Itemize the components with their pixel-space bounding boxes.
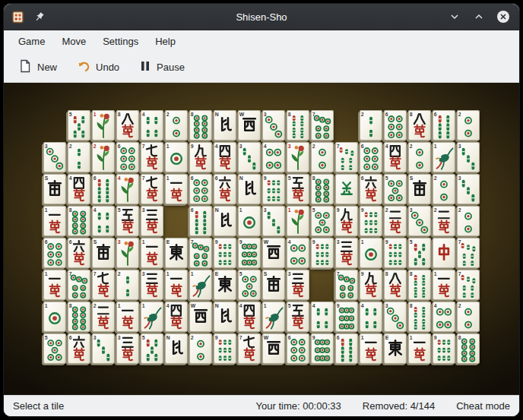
tile-d3[interactable]: 3 (384, 302, 407, 332)
tile-c9[interactable]: 9 (189, 142, 212, 172)
tile-b8[interactable]: 8 (408, 270, 431, 300)
tile-c7[interactable]: 7 (92, 270, 115, 300)
tile-d4[interactable]: 4 (287, 238, 309, 268)
tile-b9[interactable]: 9 (214, 238, 236, 268)
tile-b9[interactable]: 9 (311, 238, 334, 268)
undo-button[interactable]: Undo (70, 55, 126, 79)
tile-b3[interactable]: 3 (92, 333, 115, 364)
pause-button[interactable]: Pause (132, 56, 192, 78)
tile-wW[interactable]: W (238, 110, 261, 141)
tile-c1[interactable]: 1 (433, 270, 455, 300)
tile-wW[interactable]: W (262, 333, 285, 364)
tile-d2[interactable]: 2 (457, 206, 480, 236)
tile-wS[interactable]: S (408, 174, 431, 204)
tile-b5[interactable]: 5 (408, 238, 431, 268)
tile-d7[interactable]: 7 (189, 238, 212, 268)
tile-wN[interactable]: N (214, 206, 236, 236)
tile-d2[interactable]: 2 (311, 142, 334, 172)
tile-wW[interactable]: W (189, 302, 212, 332)
tile-d6[interactable]: 6 (287, 333, 309, 364)
tile-wN[interactable]: N (165, 333, 188, 364)
tile-b8[interactable]: 8 (408, 302, 431, 332)
tile-b4[interactable]: 4 (311, 302, 334, 332)
tile-b9[interactable]: 9 (384, 238, 407, 268)
tile-b9[interactable]: 9 (214, 333, 236, 364)
tile-b5[interactable]: 5 (68, 110, 90, 141)
tile-c4[interactable]: 4 (68, 174, 90, 204)
tile-c3[interactable]: 3 (287, 270, 309, 300)
tile-b2[interactable]: 2 (116, 270, 139, 300)
tile-c2[interactable]: 2 (433, 206, 455, 236)
menu-game[interactable]: Game (10, 33, 53, 50)
tile-c2[interactable]: 2 (384, 206, 407, 236)
tile-d3[interactable]: 3 (408, 206, 431, 236)
tile-d7[interactable]: 7 (335, 270, 358, 300)
tile-f4[interactable]: 4 (116, 174, 139, 204)
tile-b9[interactable]: 9 (433, 333, 455, 364)
tile-f3[interactable]: 3 (116, 238, 139, 268)
tile-c7[interactable]: 7 (238, 333, 261, 364)
close-icon[interactable] (496, 10, 510, 24)
tile-c4[interactable]: 4 (214, 142, 236, 172)
tile-wN[interactable]: N (214, 110, 236, 141)
tile-d4[interactable]: 4 (433, 302, 455, 332)
new-button[interactable]: New (11, 55, 64, 79)
tile-d2[interactable]: 2 (433, 174, 455, 204)
tile-c3[interactable]: 3 (335, 238, 358, 268)
tile-d6[interactable]: 6 (43, 238, 66, 268)
tile-b4[interactable]: 4 (92, 206, 115, 236)
tile-c4[interactable]: 4 (238, 302, 261, 332)
tile-wE[interactable]: E (384, 333, 407, 364)
tile-d1[interactable]: 1 (360, 238, 382, 268)
tile-d2[interactable]: 2 (457, 302, 480, 332)
tile-wS[interactable]: S (43, 174, 66, 204)
tile-wE[interactable]: E (214, 270, 236, 300)
tile-c3[interactable]: 3 (141, 270, 163, 300)
tile-d8[interactable]: 8 (311, 174, 334, 204)
tile-wS[interactable]: S (262, 270, 285, 300)
tile-c6[interactable]: 6 (214, 174, 236, 204)
maximize-icon[interactable] (472, 10, 486, 24)
tile-d2[interactable]: 2 (457, 110, 480, 141)
tile-c1[interactable]: 1 (165, 174, 188, 204)
tile-d1[interactable]: 1 (165, 142, 188, 172)
tile-c3[interactable]: 3 (141, 206, 163, 236)
tile-b6[interactable]: 6 (92, 174, 115, 204)
tile-b9[interactable]: 9 (262, 174, 285, 204)
tile-c8[interactable]: 8 (116, 110, 139, 141)
tile-d1[interactable]: 1 (43, 302, 66, 332)
tile-d7[interactable]: 7 (68, 270, 90, 300)
tile-b1[interactable]: 1 (141, 302, 163, 332)
tile-c1[interactable]: 1 (141, 238, 163, 268)
tile-c1[interactable]: 1 (43, 270, 66, 300)
tile-b7[interactable]: 7 (457, 238, 480, 268)
tile-d5[interactable]: 5 (311, 206, 334, 236)
tile-wE[interactable]: E (165, 238, 188, 268)
tile-c7[interactable]: 7 (141, 174, 163, 204)
tile-d9[interactable]: 9 (238, 238, 261, 268)
tile-c1[interactable]: 1 (116, 302, 139, 332)
tile-c5[interactable]: 5 (287, 302, 309, 332)
tile-b1[interactable]: 1 (433, 142, 455, 172)
tile-d9[interactable]: 9 (311, 333, 334, 364)
tile-d8[interactable]: 8 (457, 333, 480, 364)
tile-wN[interactable]: N (238, 174, 261, 204)
tile-d6[interactable]: 6 (384, 110, 407, 141)
tile-f1[interactable]: 1 (287, 206, 309, 236)
tile-d8[interactable]: 8 (68, 302, 90, 332)
tile-c1[interactable]: 1 (165, 270, 188, 300)
tile-c8[interactable]: 8 (384, 270, 407, 300)
tile-f1[interactable]: 1 (92, 110, 115, 141)
tile-c6[interactable]: 6 (68, 238, 90, 268)
tile-b4[interactable]: 4 (360, 302, 382, 332)
tile-b9[interactable]: 9 (360, 206, 382, 236)
tile-b6[interactable]: 6 (335, 333, 358, 364)
tile-c1[interactable]: 1 (408, 333, 431, 364)
tile-c1[interactable]: 1 (43, 206, 66, 236)
tile-b3[interactable]: 3 (457, 142, 480, 172)
tile-c7[interactable]: 7 (141, 142, 163, 172)
tile-c4[interactable]: 4 (384, 142, 407, 172)
tile-c5[interactable]: 5 (116, 206, 139, 236)
tile-d5[interactable]: 5 (384, 174, 407, 204)
tile-wN[interactable]: N (214, 302, 236, 332)
